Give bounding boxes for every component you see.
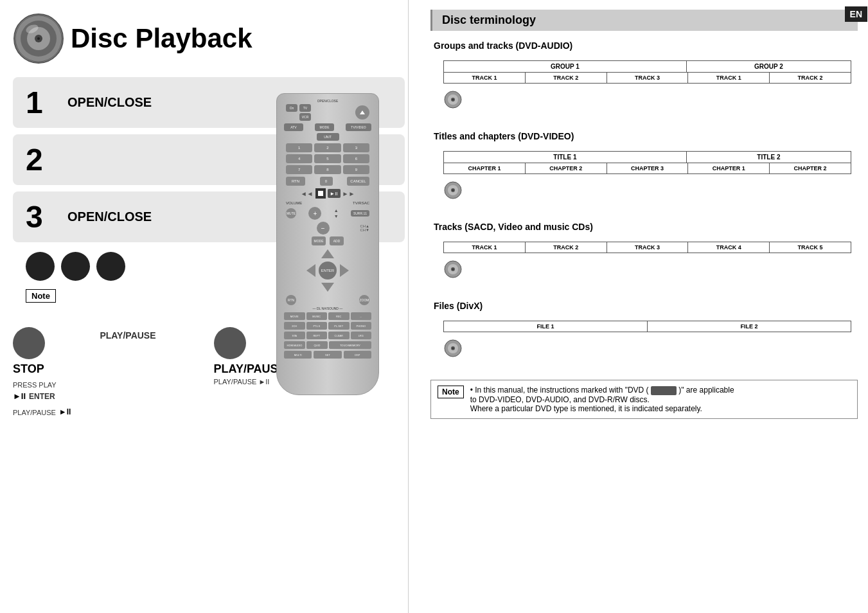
tracks-row: TRACK 1 TRACK 2 TRACK 3 TRACK 1 TRACK 2	[444, 73, 851, 83]
chapter-4: CHAPTER 1	[688, 163, 770, 173]
remote-nav-down[interactable]	[321, 283, 334, 292]
svg-point-19	[452, 269, 454, 270]
section2-title: Titles and chapters (DVD-VIDEO)	[434, 131, 858, 141]
note-text-3: to DVD-VIDEO, DVD-AUDIO, and DVD-R/RW di…	[470, 395, 650, 404]
remote-num-6[interactable]: 6	[343, 154, 369, 163]
group-header-row: GROUP 1 GROUP 2	[444, 61, 851, 73]
sacd-track-2: TRACK 2	[526, 242, 607, 253]
remote-bottom-grid1: MOVIE MUSIC REC ...	[284, 312, 371, 320]
disc-terminology-header: Disc terminology	[430, 10, 858, 31]
remote-unit-btn[interactable]: UNIT	[317, 133, 339, 141]
note-text-2: )" are applicable	[678, 386, 734, 395]
disc-dot-3	[96, 252, 125, 281]
remote-stop-btn[interactable]	[315, 188, 326, 199]
remote-num-8[interactable]: 8	[314, 165, 341, 174]
remote-touchmemory-btn[interactable]: TOUCHMEMORY	[329, 341, 371, 349]
remote-atv-btn[interactable]: ATV	[284, 123, 303, 131]
remote-multi3-btn[interactable]: DSP	[344, 351, 371, 359]
remote-music-btn[interactable]: MUSIC	[306, 312, 328, 320]
disc-symbol-1	[443, 90, 463, 109]
sacd-track-4: TRACK 4	[688, 242, 770, 253]
remote-movie-btn[interactable]: MOVIE	[284, 312, 305, 320]
play-pause-middle-label: PLAY/PAUSE	[100, 330, 155, 341]
remote-return-btn[interactable]: RTN	[286, 295, 296, 305]
remote-2ch-btn[interactable]: 2CH	[284, 322, 305, 330]
remote-mute-row: MUTE + ▲ ▼ SURR.11	[281, 207, 375, 220]
remote-large-btn[interactable]: LRG	[351, 332, 372, 339]
remote-num-1[interactable]: 1	[286, 143, 312, 152]
remote-plset-btn[interactable]: PL.SET	[328, 322, 350, 330]
remote-dlna-label: — DL NA/SOUND —	[281, 306, 375, 310]
remote-surround-btn[interactable]: SURR.11	[351, 210, 369, 217]
group1-label: GROUP 1	[444, 61, 687, 72]
note-bottom: Note • In this manual, the instructions …	[430, 380, 858, 419]
remote-nav-left[interactable]	[306, 264, 315, 277]
remote-return-num-btn[interactable]: RTN	[286, 177, 305, 186]
remote-zoom-btn[interactable]: ZOOM	[359, 295, 369, 305]
remote-nav-up[interactable]	[321, 249, 334, 258]
remote-num-7[interactable]: 7	[286, 165, 312, 174]
remote-on-btn[interactable]: On	[286, 104, 297, 112]
remote-rew-btn[interactable]: ◄◄	[301, 190, 314, 197]
section3-title: Tracks (SACD, Video and music CDs)	[434, 222, 858, 232]
remote-vol-up[interactable]: +	[308, 207, 321, 220]
remote-multi-btn[interactable]: MULTI	[284, 351, 312, 359]
remote-repeat-btn[interactable]: REPT	[306, 332, 328, 339]
svg-point-4	[37, 37, 40, 40]
disc-symbol-4	[443, 339, 463, 358]
section1-title: Groups and tracks (DVD-AUDIO)	[434, 40, 858, 51]
disc-dot-2	[61, 252, 90, 281]
remote-num-0[interactable]: 0	[320, 177, 333, 186]
step-1-number: 1	[26, 85, 61, 120]
remote-sta-btn[interactable]: STA	[284, 332, 305, 339]
remote-bottom-grid3: STA REPT CLEAR LRG	[284, 332, 371, 339]
remote-num-5[interactable]: 5	[314, 154, 341, 163]
chapters-row: CHAPTER 1 CHAPTER 2 CHAPTER 3 CHAPTER 1 …	[444, 163, 851, 173]
sacd-track-5: TRACK 5	[770, 242, 851, 253]
svg-point-11	[452, 99, 454, 100]
remote-tvvideo-btn[interactable]: TV/VIDEO	[346, 123, 371, 131]
remote-tv-btn[interactable]: TV	[299, 104, 311, 112]
remote-add-btn[interactable]: ADD	[330, 236, 344, 245]
remote-phono-btn[interactable]: PHONO	[351, 322, 372, 330]
track-5: TRACK 2	[770, 73, 851, 83]
svg-marker-7	[360, 111, 365, 114]
remote-num-9[interactable]: 9	[343, 165, 369, 174]
chapter-1: CHAPTER 1	[444, 163, 526, 173]
remote-mute-btn[interactable]: MUTE	[286, 208, 296, 218]
file-2: FILE 2	[648, 321, 851, 332]
remote-mode-btn[interactable]: MODE	[315, 123, 334, 131]
disc-symbol-3	[443, 260, 463, 279]
remote-vcr-btn[interactable]: VCR	[299, 113, 311, 121]
note-text: • In this manual, the instructions marke…	[470, 386, 734, 413]
remote-quid-btn[interactable]: QUID	[306, 341, 328, 349]
remote-cancel-btn[interactable]: CANCEL	[347, 177, 369, 186]
play-pause-bottom-text: PLAY/PAUSE	[13, 409, 56, 416]
remote-play-pause-btn[interactable]: ►II	[328, 189, 341, 198]
remote-enter-btn[interactable]: ENTER	[319, 262, 337, 280]
remote-open-btn[interactable]	[355, 105, 369, 120]
remote-ptls-btn[interactable]: PT.LS	[306, 322, 328, 330]
remote-num-4[interactable]: 4	[286, 154, 312, 163]
remote-mode1-btn[interactable]: MODE	[312, 236, 326, 245]
titles-chapters-diagram: TITLE 1 TITLE 2 CHAPTER 1 CHAPTER 2 CHAP…	[443, 151, 851, 174]
track-4: TRACK 1	[688, 73, 770, 83]
disc-dot-1	[26, 252, 55, 281]
remote-rec-btn[interactable]: REC	[328, 312, 350, 320]
step-3-label: OPEN/CLOSE	[67, 209, 152, 224]
remote-ff-btn[interactable]: ►►	[342, 190, 355, 197]
remote-multi2-btn[interactable]: SET	[314, 351, 341, 359]
remote-bottom1-btn[interactable]: ...	[351, 312, 372, 320]
remote-body: OPEN/CLOSE On TV VCR ATV MODE TV/VIDEO U…	[276, 93, 379, 395]
remote-vol-down[interactable]: −	[317, 222, 330, 235]
remote-num-2[interactable]: 2	[314, 143, 341, 152]
remote-control: OPEN/CLOSE On TV VCR ATV MODE TV/VIDEO U…	[276, 93, 379, 395]
step-3-number: 3	[26, 199, 61, 235]
remote-nav-right[interactable]	[340, 264, 349, 277]
remote-clear-btn[interactable]: CLEAR	[328, 332, 350, 339]
remote-hdmi-btn[interactable]: HDMI AUDIO	[284, 341, 305, 349]
remote-num-3[interactable]: 3	[343, 143, 369, 152]
title-header-row: TITLE 1 TITLE 2	[444, 152, 851, 163]
note-label: Note	[26, 289, 56, 303]
sacd-tracks-row: TRACK 1 TRACK 2 TRACK 3 TRACK 4 TRACK 5	[444, 242, 851, 253]
